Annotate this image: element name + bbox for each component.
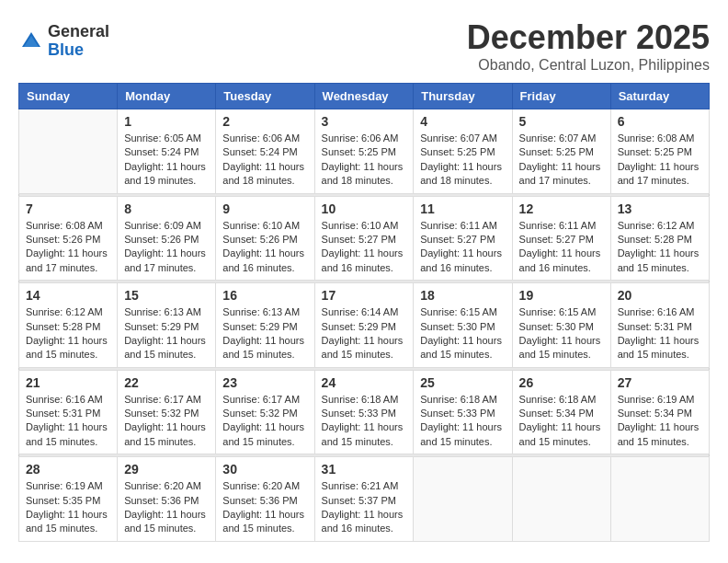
weekday-header: Wednesday (314, 84, 414, 109)
day-info: Sunrise: 6:18 AMSunset: 5:34 PMDaylight:… (519, 393, 604, 450)
day-info: Sunrise: 6:05 AMSunset: 5:24 PMDaylight:… (124, 132, 209, 189)
calendar-cell: 22Sunrise: 6:17 AMSunset: 5:32 PMDayligh… (118, 370, 216, 454)
day-number: 6 (618, 114, 702, 129)
day-info: Sunrise: 6:09 AMSunset: 5:26 PMDaylight:… (124, 219, 209, 276)
day-number: 7 (26, 201, 110, 216)
calendar-header-row: SundayMondayTuesdayWednesdayThursdayFrid… (19, 84, 710, 109)
calendar-cell: 2Sunrise: 6:06 AMSunset: 5:24 PMDaylight… (216, 109, 314, 194)
day-number: 21 (26, 375, 110, 390)
day-number: 11 (420, 201, 505, 216)
day-number: 27 (618, 375, 702, 390)
calendar-cell: 5Sunrise: 6:07 AMSunset: 5:25 PMDaylight… (512, 109, 610, 194)
day-info: Sunrise: 6:08 AMSunset: 5:26 PMDaylight:… (26, 219, 110, 276)
weekday-header: Sunday (19, 84, 118, 109)
calendar-cell: 15Sunrise: 6:13 AMSunset: 5:29 PMDayligh… (118, 283, 216, 368)
calendar-cell: 29Sunrise: 6:20 AMSunset: 5:36 PMDayligh… (118, 457, 216, 542)
day-number: 22 (124, 375, 209, 390)
day-info: Sunrise: 6:12 AMSunset: 5:28 PMDaylight:… (26, 305, 110, 362)
day-number: 31 (322, 462, 407, 477)
location-title: Obando, Central Luzon, Philippines (467, 57, 710, 74)
calendar-cell: 10Sunrise: 6:10 AMSunset: 5:27 PMDayligh… (314, 196, 414, 281)
calendar-cell: 13Sunrise: 6:12 AMSunset: 5:28 PMDayligh… (610, 196, 709, 281)
day-number: 17 (322, 288, 407, 303)
day-info: Sunrise: 6:13 AMSunset: 5:29 PMDaylight:… (222, 305, 307, 362)
day-info: Sunrise: 6:18 AMSunset: 5:33 PMDaylight:… (420, 393, 505, 450)
page-header: General Blue December 2025 Obando, Centr… (18, 18, 710, 74)
month-title: December 2025 (467, 18, 710, 57)
weekday-header: Saturday (610, 84, 709, 109)
calendar-cell: 11Sunrise: 6:11 AMSunset: 5:27 PMDayligh… (414, 196, 512, 281)
calendar-cell (19, 109, 118, 194)
calendar-cell: 17Sunrise: 6:14 AMSunset: 5:29 PMDayligh… (314, 283, 414, 368)
calendar-cell (512, 457, 610, 542)
day-info: Sunrise: 6:14 AMSunset: 5:29 PMDaylight:… (322, 305, 407, 362)
weekday-header: Friday (512, 84, 610, 109)
day-number: 19 (519, 288, 604, 303)
calendar-table: SundayMondayTuesdayWednesdayThursdayFrid… (18, 83, 710, 542)
day-number: 3 (322, 114, 407, 129)
logo-general-text: General (48, 23, 109, 41)
calendar-cell (414, 457, 512, 542)
calendar-cell: 14Sunrise: 6:12 AMSunset: 5:28 PMDayligh… (19, 283, 118, 368)
weekday-header: Thursday (414, 84, 512, 109)
calendar-week-row: 1Sunrise: 6:05 AMSunset: 5:24 PMDaylight… (19, 109, 710, 194)
calendar-cell: 4Sunrise: 6:07 AMSunset: 5:25 PMDaylight… (414, 109, 512, 194)
calendar-cell: 20Sunrise: 6:16 AMSunset: 5:31 PMDayligh… (610, 283, 709, 368)
day-info: Sunrise: 6:06 AMSunset: 5:24 PMDaylight:… (222, 132, 307, 189)
day-info: Sunrise: 6:17 AMSunset: 5:32 PMDaylight:… (222, 393, 307, 450)
logo-blue-text: Blue (48, 41, 109, 60)
calendar-cell: 12Sunrise: 6:11 AMSunset: 5:27 PMDayligh… (512, 196, 610, 281)
day-info: Sunrise: 6:17 AMSunset: 5:32 PMDaylight:… (124, 393, 209, 450)
day-number: 28 (26, 462, 110, 477)
calendar-cell: 1Sunrise: 6:05 AMSunset: 5:24 PMDaylight… (118, 109, 216, 194)
day-info: Sunrise: 6:18 AMSunset: 5:33 PMDaylight:… (322, 393, 407, 450)
day-info: Sunrise: 6:21 AMSunset: 5:37 PMDaylight:… (322, 479, 407, 536)
day-info: Sunrise: 6:08 AMSunset: 5:25 PMDaylight:… (618, 132, 702, 189)
day-info: Sunrise: 6:07 AMSunset: 5:25 PMDaylight:… (420, 132, 505, 189)
day-info: Sunrise: 6:07 AMSunset: 5:25 PMDaylight:… (519, 132, 604, 189)
calendar-cell: 8Sunrise: 6:09 AMSunset: 5:26 PMDaylight… (118, 196, 216, 281)
day-info: Sunrise: 6:16 AMSunset: 5:31 PMDaylight:… (26, 393, 110, 450)
calendar-cell: 28Sunrise: 6:19 AMSunset: 5:35 PMDayligh… (19, 457, 118, 542)
day-number: 18 (420, 288, 505, 303)
day-number: 25 (420, 375, 505, 390)
calendar-cell: 24Sunrise: 6:18 AMSunset: 5:33 PMDayligh… (314, 370, 414, 454)
day-info: Sunrise: 6:13 AMSunset: 5:29 PMDaylight:… (124, 305, 209, 362)
calendar-week-row: 21Sunrise: 6:16 AMSunset: 5:31 PMDayligh… (19, 370, 710, 454)
calendar-week-row: 14Sunrise: 6:12 AMSunset: 5:28 PMDayligh… (19, 283, 710, 368)
day-number: 8 (124, 201, 209, 216)
day-info: Sunrise: 6:15 AMSunset: 5:30 PMDaylight:… (519, 305, 604, 362)
calendar-cell: 25Sunrise: 6:18 AMSunset: 5:33 PMDayligh… (414, 370, 512, 454)
calendar-cell: 19Sunrise: 6:15 AMSunset: 5:30 PMDayligh… (512, 283, 610, 368)
day-number: 24 (322, 375, 407, 390)
calendar-cell: 6Sunrise: 6:08 AMSunset: 5:25 PMDaylight… (610, 109, 709, 194)
day-number: 2 (222, 114, 307, 129)
weekday-header: Monday (118, 84, 216, 109)
weekday-header: Tuesday (216, 84, 314, 109)
day-info: Sunrise: 6:10 AMSunset: 5:27 PMDaylight:… (322, 219, 407, 276)
day-number: 1 (124, 114, 209, 129)
day-info: Sunrise: 6:16 AMSunset: 5:31 PMDaylight:… (618, 305, 702, 362)
calendar-cell: 26Sunrise: 6:18 AMSunset: 5:34 PMDayligh… (512, 370, 610, 454)
title-area: December 2025 Obando, Central Luzon, Phi… (467, 18, 710, 74)
day-number: 29 (124, 462, 209, 477)
day-number: 9 (222, 201, 307, 216)
calendar-cell: 18Sunrise: 6:15 AMSunset: 5:30 PMDayligh… (414, 283, 512, 368)
day-info: Sunrise: 6:06 AMSunset: 5:25 PMDaylight:… (322, 132, 407, 189)
day-number: 12 (519, 201, 604, 216)
day-info: Sunrise: 6:15 AMSunset: 5:30 PMDaylight:… (420, 305, 505, 362)
day-info: Sunrise: 6:11 AMSunset: 5:27 PMDaylight:… (519, 219, 604, 276)
day-number: 26 (519, 375, 604, 390)
day-number: 14 (26, 288, 110, 303)
day-info: Sunrise: 6:11 AMSunset: 5:27 PMDaylight:… (420, 219, 505, 276)
calendar-cell: 9Sunrise: 6:10 AMSunset: 5:26 PMDaylight… (216, 196, 314, 281)
day-number: 23 (222, 375, 307, 390)
calendar-cell: 23Sunrise: 6:17 AMSunset: 5:32 PMDayligh… (216, 370, 314, 454)
day-number: 5 (519, 114, 604, 129)
day-info: Sunrise: 6:20 AMSunset: 5:36 PMDaylight:… (222, 479, 307, 536)
logo-icon (18, 29, 44, 54)
day-number: 10 (322, 201, 407, 216)
day-number: 20 (618, 288, 702, 303)
day-info: Sunrise: 6:20 AMSunset: 5:36 PMDaylight:… (124, 479, 209, 536)
calendar-cell: 30Sunrise: 6:20 AMSunset: 5:36 PMDayligh… (216, 457, 314, 542)
